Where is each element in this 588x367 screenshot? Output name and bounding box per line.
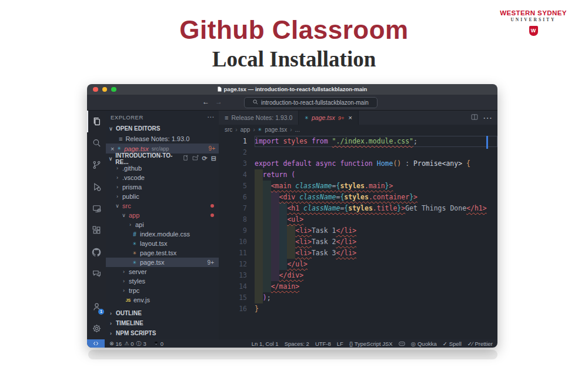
project-section-header[interactable]: ∨ INTRODUCTION-TO-RE... ⟳ ⊟ [106, 154, 219, 164]
tree-item-layout.tsx[interactable]: ✳layout.tsx [106, 239, 219, 248]
line-number: 4 [219, 169, 255, 181]
explorer-icon[interactable] [87, 111, 106, 132]
split-editor-icon[interactable] [471, 112, 478, 123]
tree-item-server[interactable]: ›server [106, 267, 219, 276]
tree-item-.vscode[interactable]: ›.vscode [106, 173, 219, 182]
open-editor-release-notes[interactable]: ≡ Release Notes: 1.93.0 [106, 134, 219, 144]
code-line-11[interactable]: 11<li>Task 3</li> [219, 248, 497, 259]
explorer-menu-icon[interactable]: ⋯ [207, 113, 214, 121]
eol-indicator[interactable]: LF [337, 341, 343, 347]
window-title: page.tsx — introduction-to-react-fullsta… [87, 86, 497, 93]
search-input[interactable]: introduction-to-react-fullstackblazon-ma… [244, 97, 377, 108]
code-line-3[interactable]: 3export default async function Home() : … [219, 158, 497, 169]
problems-infos[interactable]: ⓘ3 [136, 340, 146, 348]
source-control-icon[interactable] [87, 154, 106, 176]
chevron-right-icon: › [108, 331, 113, 336]
code-line-2[interactable]: 2 [219, 147, 497, 158]
code-line-14[interactable]: 14</main> [219, 281, 497, 292]
editor-more-actions-icon[interactable]: ⋯ [483, 112, 492, 124]
open-editors-section[interactable]: ∨ OPEN EDITORS [106, 124, 219, 134]
tree-item-page.test.tsx[interactable]: ✳page.test.tsx [106, 248, 219, 258]
code-line-5[interactable]: 5<main className={styles.main}> [219, 181, 497, 192]
refresh-icon[interactable]: ⟳ [202, 155, 208, 162]
close-tab-icon[interactable]: × [349, 114, 352, 121]
chevron-right-icon: › [128, 222, 133, 228]
command-center-bar: ← → introduction-to-react-fullstackblazo… [87, 95, 497, 111]
language-mode-indicator[interactable]: {} TypeScript JSX [349, 341, 393, 347]
run-debug-icon[interactable] [87, 176, 106, 198]
editor-group: ≡ Release Notes: 1.93.0 ✳ page.tsx 9+ × … [219, 111, 497, 339]
code-line-9[interactable]: 9<li>Task 1</li> [219, 225, 497, 236]
file-tree: ›.github›.vscode›prisma›public∨src∨app›a… [106, 164, 219, 305]
vscode-window: page.tsx — introduction-to-react-fullsta… [87, 84, 497, 348]
section-timeline[interactable]: ›TIMELINE [106, 318, 219, 328]
code-line-15[interactable]: 15); [219, 292, 497, 303]
prettier-status[interactable]: ✓∕Prettier [467, 341, 493, 347]
tree-item-label: server [129, 268, 147, 275]
breadcrumb[interactable]: src › app › ✳ page.tsx › ... [219, 125, 497, 135]
copilot-icon[interactable] [399, 341, 405, 346]
line-number: 8 [219, 214, 255, 225]
tree-item-api[interactable]: ›api [106, 220, 219, 229]
close-icon[interactable]: × [111, 145, 114, 152]
sidebar: EXPLORER ⋯ ∨ OPEN EDITORS ≡ Release Note… [106, 111, 219, 339]
tab-page-tsx[interactable]: ✳ page.tsx 9+ × [299, 111, 359, 125]
tree-item-public[interactable]: ›public [106, 192, 219, 201]
line-number: 7 [219, 203, 255, 214]
quokka-status[interactable]: ◎Quokka [411, 341, 437, 347]
tree-item-page.tsx[interactable]: ✳page.tsx9+ [106, 258, 219, 267]
extensions-icon[interactable] [87, 219, 106, 241]
section-outline[interactable]: ›OUTLINE [106, 308, 219, 318]
settings-gear-icon[interactable] [87, 318, 106, 339]
new-file-icon[interactable] [182, 155, 189, 162]
line-col-indicator[interactable]: Ln 1, Col 1 [252, 341, 279, 347]
slide: Github Classroom Local Installation WEST… [0, 0, 588, 367]
code-line-16[interactable]: 16} [219, 303, 497, 315]
spell-status[interactable]: ✓Spell [443, 341, 462, 347]
tree-item-app[interactable]: ∨app [106, 211, 219, 220]
remote-explorer-icon[interactable] [87, 198, 106, 219]
new-folder-icon[interactable] [192, 155, 199, 162]
tree-item-trpc[interactable]: ›trpc [106, 286, 219, 295]
tree-item-label: prisma [122, 184, 142, 191]
search-sidebar-icon[interactable] [87, 132, 106, 154]
ports-indicator[interactable]: 0 [153, 341, 163, 347]
code-line-13[interactable]: 13</div> [219, 270, 497, 281]
encoding-indicator[interactable]: UTF-8 [315, 341, 331, 347]
accounts-icon[interactable]: 1 [87, 296, 106, 318]
code-line-1[interactable]: 1import styles from "./index.module.css"… [219, 136, 497, 147]
comments-icon[interactable] [87, 263, 106, 285]
problems-errors[interactable]: ⊗16 [109, 341, 122, 347]
indentation-indicator[interactable]: Spaces: 2 [285, 341, 309, 347]
logo-line2: UNIVERSITY [495, 17, 572, 22]
scrollbar-indicator[interactable] [486, 136, 488, 149]
breadcrumb-sep-icon: › [290, 126, 292, 133]
tab-release-notes[interactable]: ≡ Release Notes: 1.93.0 [219, 111, 299, 125]
tree-item-label: page.test.tsx [140, 249, 176, 256]
react-file-icon: ✳ [258, 127, 262, 132]
code-line-6[interactable]: 6<div className={styles.container}> [219, 192, 497, 203]
code-line-4[interactable]: 4return ( [219, 169, 497, 181]
tree-item-label: app [129, 212, 139, 219]
code-line-12[interactable]: 12</ul> [219, 259, 497, 270]
code-line-7[interactable]: 7<h1 className={styles.title}>Get Things… [219, 203, 497, 214]
tree-item-.github[interactable]: ›.github [106, 164, 219, 173]
collapse-all-icon[interactable]: ⊟ [211, 155, 216, 162]
tree-item-index.module.css[interactable]: #index.module.css [106, 229, 219, 239]
forward-arrow-icon[interactable]: → [215, 98, 222, 106]
back-arrow-icon[interactable]: ← [202, 98, 209, 106]
section-npm-scripts[interactable]: ›NPM SCRIPTS [106, 328, 219, 338]
tree-item-label: layout.tsx [140, 240, 167, 247]
tree-item-env.js[interactable]: JSenv.js [106, 295, 219, 305]
code-line-8[interactable]: 8<ul> [219, 214, 497, 225]
remote-indicator[interactable] [87, 339, 105, 348]
error-icon: ⊗ [109, 341, 114, 346]
code-area[interactable]: 1import styles from "./index.module.css"… [219, 135, 497, 339]
tree-item-styles[interactable]: ›styles [106, 276, 219, 286]
university-logo: WESTERN SYDNEY UNIVERSITY W [495, 9, 572, 36]
problems-warnings[interactable]: ⚠0 [124, 341, 133, 347]
tree-item-prisma[interactable]: ›prisma [106, 182, 219, 192]
github-icon[interactable] [87, 241, 106, 263]
code-line-10[interactable]: 10<li>Task 2</li> [219, 236, 497, 248]
tree-item-src[interactable]: ∨src [106, 201, 219, 211]
